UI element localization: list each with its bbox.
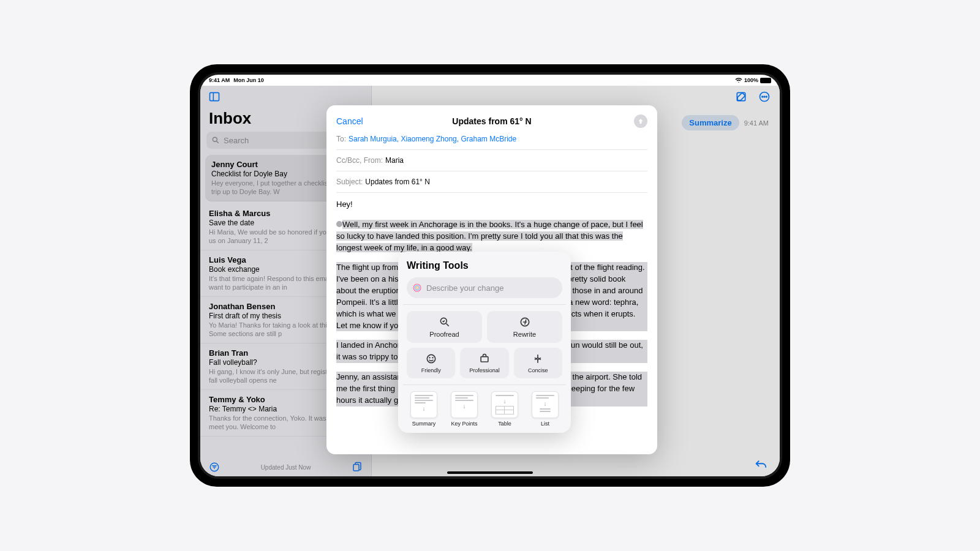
writing-tools-popover: Writing Tools Describe your change Proof… [398,252,571,433]
to-label: To: [336,135,346,143]
battery-icon [760,78,771,83]
intelligence-icon [412,282,423,293]
cc-value: Maria [385,156,404,165]
device-rim: 9:41 AM Mon Jun 10 100% Inbox Search Jen… [198,72,782,479]
summary-label: Summary [412,421,436,427]
concise-label: Concise [528,367,548,373]
svg-point-15 [415,285,420,290]
list-button[interactable]: ↓ List [528,391,562,427]
list-icon: ↓ [532,391,559,418]
keypoints-label: Key Points [451,421,477,427]
concise-icon [532,353,544,365]
summary-button[interactable]: ↓ Summary [407,391,441,427]
svg-point-2 [213,137,217,141]
body-p1: Well, my first week in Anchorage is in t… [336,219,647,254]
proofread-label: Proofread [429,331,459,338]
svg-line-18 [446,324,448,326]
updated-label: Updated Just Now [222,464,349,471]
describe-input[interactable]: Describe your change [407,277,562,298]
describe-placeholder: Describe your change [426,283,503,293]
message-time: 9:41 AM [744,119,769,127]
to-field[interactable]: To: Sarah Murguia, Xiaomeng Zhong, Graha… [336,129,647,150]
subject-field[interactable]: Subject: Updates from 61° N [336,171,647,193]
search-placeholder: Search [224,136,249,145]
proofread-button[interactable]: Proofread [407,311,482,343]
svg-point-21 [429,358,430,358]
status-bar: 9:41 AM Mon Jun 10 100% [200,75,780,86]
home-indicator[interactable] [447,471,533,474]
body-greeting: Hey! [336,199,647,211]
rewrite-button[interactable]: Rewrite [487,311,562,343]
ipad-device: 9:41 AM Mon Jun 10 100% Inbox Search Jen… [190,64,790,487]
compose-icon[interactable] [733,89,749,105]
svg-point-13 [766,96,767,97]
battery-percent: 100% [744,77,758,83]
keypoints-button[interactable]: ↓ Key Points [447,391,481,427]
separator [403,384,566,385]
window-icon[interactable] [349,459,365,475]
friendly-button[interactable]: Friendly [407,348,455,378]
svg-point-22 [432,358,433,358]
keypoints-icon: ↓ [451,391,478,418]
svg-point-16 [416,287,418,289]
more-icon[interactable] [756,89,772,105]
table-button[interactable]: ↓ Table [488,391,522,427]
writing-tools-title: Writing Tools [407,260,562,271]
compose-title: Updates from 61° N [336,116,647,126]
subject-label: Subject: [336,178,363,186]
professional-icon [478,353,491,365]
selection-handle-icon[interactable] [336,221,342,227]
professional-button[interactable]: Professional [460,348,508,378]
svg-line-3 [217,141,219,143]
sidebar-toolbar [200,86,371,108]
svg-point-11 [762,96,763,97]
proofread-icon [439,316,451,328]
svg-rect-8 [353,465,359,471]
summarize-button[interactable]: Summarize [682,115,739,130]
professional-label: Professional [469,367,500,373]
send-button[interactable] [634,114,647,128]
cc-label: Cc/Bcc, From: [336,156,383,165]
screen: 9:41 AM Mon Jun 10 100% Inbox Search Jen… [200,75,780,476]
sidebar-toggle-icon[interactable] [206,89,222,105]
friendly-icon [425,353,437,365]
summary-icon: ↓ [410,391,437,418]
to-recipients: Sarah Murguia, Xiaomeng Zhong, Graham Mc… [349,135,516,143]
svg-rect-23 [481,357,488,362]
friendly-label: Friendly [421,367,441,373]
subject-value: Updates from 61° N [365,178,430,186]
rewrite-icon [519,316,531,328]
sidebar-footer: Updated Just Now [200,458,371,476]
rewrite-label: Rewrite [513,331,536,338]
cc-field[interactable]: Cc/Bcc, From: Maria [336,150,647,171]
table-label: Table [498,421,511,427]
concise-button[interactable]: Concise [514,348,562,378]
status-date: Mon Jun 10 [233,77,264,83]
wifi-icon [735,77,742,84]
table-icon: ↓ [491,391,518,418]
filter-icon[interactable] [206,459,222,475]
status-time: 9:41 AM [209,77,230,83]
list-label: List [541,421,549,427]
content-toolbar [372,86,780,108]
svg-point-20 [427,354,435,362]
search-icon [211,136,220,144]
svg-point-12 [764,96,765,97]
separator [403,304,566,305]
svg-rect-0 [210,92,219,100]
reply-icon[interactable] [753,457,769,473]
